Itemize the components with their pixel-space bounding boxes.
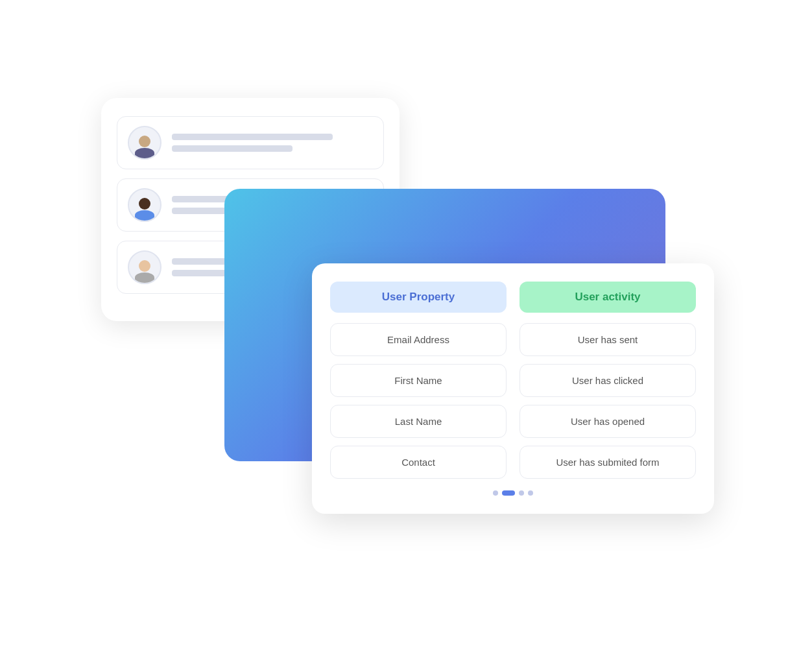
- dot-4[interactable]: [528, 490, 533, 496]
- user-activity-item-clicked[interactable]: User has clicked: [519, 364, 696, 397]
- user-property-header: User Property: [330, 282, 507, 313]
- user-activity-item-form[interactable]: User has submited form: [519, 446, 696, 479]
- avatar-3: [128, 250, 161, 284]
- columns: User Property Email Address First Name L…: [330, 282, 696, 479]
- user-property-column: User Property Email Address First Name L…: [330, 282, 507, 479]
- user-property-item-contact[interactable]: Contact: [330, 446, 507, 479]
- dot-2[interactable]: [502, 490, 515, 496]
- user-activity-item-opened[interactable]: User has opened: [519, 405, 696, 438]
- avatar-2: [128, 188, 161, 222]
- dot-1[interactable]: [493, 490, 498, 496]
- user-property-item-email[interactable]: Email Address: [330, 323, 507, 356]
- user-activity-column: User activity User has sent User has cli…: [519, 282, 696, 479]
- user-property-item-lastname[interactable]: Last Name: [330, 405, 507, 438]
- user-1-lines: [172, 134, 373, 152]
- avatar-1: [128, 126, 161, 160]
- scene: User Property Email Address First Name L…: [82, 72, 730, 591]
- user-property-item-firstname[interactable]: First Name: [330, 364, 507, 397]
- main-card: User Property Email Address First Name L…: [312, 263, 714, 514]
- pagination-dots: [330, 490, 696, 496]
- dot-3[interactable]: [519, 490, 524, 496]
- user-item-1[interactable]: [117, 116, 384, 169]
- user-activity-item-sent[interactable]: User has sent: [519, 323, 696, 356]
- user-activity-header: User activity: [519, 282, 696, 313]
